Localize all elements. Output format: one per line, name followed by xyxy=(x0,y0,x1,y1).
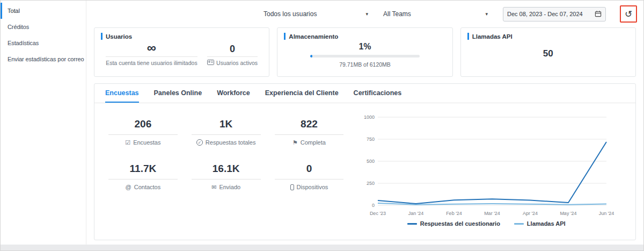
stats-grid: 206 ☑ Encuestas 1K ✓ Respuestas totales xyxy=(108,112,343,240)
stat-value: 206 xyxy=(108,118,178,135)
stat-label: Completa xyxy=(301,139,326,146)
almacenamiento-card: Almacenamiento 1% 79.71MB of 6120MB xyxy=(277,27,452,77)
tab-paneles-online[interactable]: Paneles Online xyxy=(154,89,202,103)
check-circle-icon: ✓ xyxy=(196,139,203,146)
stat-enviado: 16.1K ✉ Enviado xyxy=(192,163,261,190)
flag-icon: ⚑ xyxy=(292,140,298,146)
storage-progress-bar xyxy=(310,55,420,58)
id-card-icon xyxy=(207,60,214,66)
tab-experiencia-cliente[interactable]: Experiencia del Cliente xyxy=(265,89,339,103)
sidebar: Total Créditos Estadísticas Enviar estad… xyxy=(1,1,86,246)
svg-text:0: 0 xyxy=(372,203,375,208)
svg-text:Jun '24: Jun '24 xyxy=(599,211,614,216)
calendar-icon xyxy=(595,10,602,18)
chevron-down-icon: ▾ xyxy=(485,11,488,17)
api-calls-value: 50 xyxy=(467,48,629,59)
stat-value: 11.7K xyxy=(108,163,178,180)
stat-completa: 822 ⚑ Completa xyxy=(275,118,344,146)
legend-label: Llamadas API xyxy=(527,220,566,227)
legend-line-swatch xyxy=(407,223,417,225)
tab-certificaciones[interactable]: Certificaciones xyxy=(354,89,402,103)
card-title: Llamadas API xyxy=(472,33,513,40)
llamadas-api-card: Llamadas API 50 xyxy=(460,27,636,77)
svg-text:750: 750 xyxy=(367,137,375,142)
storage-percent: 1% xyxy=(284,42,445,52)
main-content: Todos los usuarios ▾ All Teams ▾ Dec 08,… xyxy=(86,1,643,246)
stat-label: Encuestas xyxy=(133,139,160,146)
svg-text:1000: 1000 xyxy=(364,114,375,120)
filters-bar: Todos los usuarios ▾ All Teams ▾ Dec 08,… xyxy=(86,1,643,27)
active-users-value: 0 xyxy=(207,41,258,57)
date-range-value: Dec 08, 2023 - Dec 07, 2024 xyxy=(507,11,583,17)
summary-cards: Usuarios ∞ Esta cuenta tiene usuarios il… xyxy=(86,27,643,77)
tab-encuestas[interactable]: Encuestas xyxy=(105,89,139,103)
svg-text:500: 500 xyxy=(367,159,375,164)
mobile-icon xyxy=(290,184,294,190)
legend-item-llamadas-api[interactable]: Llamadas API xyxy=(514,220,566,227)
card-accent-bar xyxy=(284,33,286,40)
usuarios-card: Usuarios ∞ Esta cuenta tiene usuarios il… xyxy=(94,27,269,77)
card-accent-bar xyxy=(467,33,469,40)
stat-label: Respuestas totales xyxy=(206,139,256,146)
stat-value: 822 xyxy=(275,118,344,135)
refresh-button[interactable]: ↺ xyxy=(625,10,632,19)
legend-label: Respuestas del cuestionario xyxy=(420,220,500,227)
teams-filter-dropdown[interactable]: All Teams ▾ xyxy=(383,10,488,18)
sidebar-item-total[interactable]: Total xyxy=(1,3,86,19)
line-chart: 02505007501000Dec '23Jan '24Feb '24Mar '… xyxy=(357,112,615,219)
stat-dispositivos: 0 Dispositivos xyxy=(275,163,344,190)
checkbox-icon: ☑ xyxy=(125,140,130,146)
stats-panel: Encuestas Paneles Online Workforce Exper… xyxy=(94,83,636,240)
refresh-icon: ↺ xyxy=(625,9,632,19)
sidebar-item-estadisticas[interactable]: Estadísticas xyxy=(1,35,86,51)
legend-line-swatch xyxy=(514,223,524,225)
users-filter-value: Todos los usuarios xyxy=(264,10,317,18)
svg-text:Jan '24: Jan '24 xyxy=(408,211,424,216)
page-footer-strip xyxy=(1,245,643,250)
svg-text:Apr '24: Apr '24 xyxy=(523,211,538,216)
unlimited-users-label: Esta cuenta tiene usuarios ilimitados xyxy=(106,60,197,66)
stat-value: 16.1K xyxy=(192,163,261,180)
tabs-bar: Encuestas Paneles Online Workforce Exper… xyxy=(94,84,635,103)
sidebar-item-enviar-estadisticas[interactable]: Enviar estadísticas por correo xyxy=(1,51,86,67)
stat-contactos: 11.7K @ Contactos xyxy=(108,163,178,190)
storage-progress-fill xyxy=(310,55,312,58)
svg-text:Feb '24: Feb '24 xyxy=(446,211,462,216)
stat-label: Contactos xyxy=(134,184,161,190)
teams-filter-value: All Teams xyxy=(383,10,411,18)
card-title: Usuarios xyxy=(106,33,132,40)
infinity-symbol: ∞ xyxy=(106,41,197,57)
stat-value: 0 xyxy=(275,163,344,180)
chart-legend: Respuestas del cuestionario Llamadas API xyxy=(407,220,566,227)
svg-text:May '24: May '24 xyxy=(560,211,577,216)
date-range-picker[interactable]: Dec 08, 2023 - Dec 07, 2024 xyxy=(503,7,606,21)
stat-encuestas: 206 ☑ Encuestas xyxy=(108,118,178,146)
card-title: Almacenamiento xyxy=(289,33,338,40)
legend-item-respuestas[interactable]: Respuestas del cuestionario xyxy=(407,220,500,227)
chevron-down-icon: ▾ xyxy=(365,11,368,17)
envelope-icon: ✉ xyxy=(211,184,216,190)
svg-text:Dec '23: Dec '23 xyxy=(370,211,386,216)
stat-respuestas-totales: 1K ✓ Respuestas totales xyxy=(192,118,261,146)
svg-text:Mar '24: Mar '24 xyxy=(484,211,500,216)
dashboard: Total Créditos Estadísticas Enviar estad… xyxy=(0,0,644,251)
stat-value: 1K xyxy=(192,118,261,135)
at-icon: @ xyxy=(126,184,131,190)
card-accent-bar xyxy=(101,33,103,40)
sidebar-item-creditos[interactable]: Créditos xyxy=(1,19,86,35)
stat-label: Dispositivos xyxy=(297,184,328,190)
users-filter-dropdown[interactable]: Todos los usuarios ▾ xyxy=(264,10,368,18)
svg-text:250: 250 xyxy=(367,181,375,186)
chart: 02505007501000Dec '23Jan '24Feb '24Mar '… xyxy=(343,112,631,240)
active-users-label: Usuarios activos xyxy=(216,60,258,66)
stat-label: Enviado xyxy=(219,184,240,190)
storage-usage-label: 79.71MB of 6120MB xyxy=(284,61,445,68)
tab-workforce[interactable]: Workforce xyxy=(217,89,250,103)
